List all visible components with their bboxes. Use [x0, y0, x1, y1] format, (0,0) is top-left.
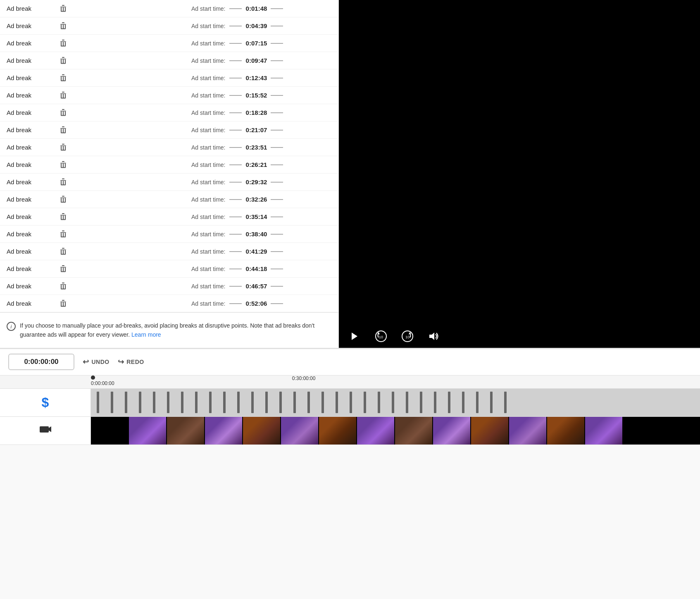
forward-button[interactable]: 10 [400, 329, 415, 344]
time-line-left [229, 303, 242, 304]
svg-marker-115 [49, 426, 51, 432]
trash-icon[interactable] [60, 5, 67, 13]
svg-rect-9 [63, 25, 64, 29]
svg-rect-44 [61, 129, 62, 133]
time-value: 0:29:32 [242, 178, 271, 185]
ad-break-label: Ad break [7, 109, 56, 116]
ad-break-item: Ad break Ad start time: 0:38:40 [0, 226, 338, 243]
trash-icon[interactable] [60, 74, 67, 82]
svg-rect-46 [65, 129, 66, 133]
video-track-content[interactable] [91, 417, 700, 444]
trash-icon[interactable] [60, 282, 67, 290]
trash-icon[interactable] [60, 57, 67, 65]
svg-rect-58 [65, 164, 66, 168]
time-line-right [271, 199, 283, 200]
time-input-wrap: 0:46:57 [229, 283, 283, 290]
svg-rect-114 [40, 426, 49, 433]
svg-rect-69 [63, 198, 64, 202]
time-line-left [229, 130, 242, 131]
trash-icon[interactable] [60, 213, 67, 221]
trash-icon[interactable] [60, 161, 67, 169]
svg-rect-34 [65, 94, 66, 98]
svg-rect-5 [61, 11, 66, 12]
trash-icon[interactable] [60, 91, 67, 100]
ad-break-label: Ad break [7, 178, 56, 185]
ad-break-item: Ad break Ad start time: 0:52:06 [0, 295, 338, 312]
svg-rect-74 [61, 216, 62, 220]
svg-rect-67 [62, 196, 64, 197]
svg-rect-78 [60, 232, 66, 233]
time-input-wrap: 0:44:18 [229, 265, 283, 272]
video-track-icon-cell [0, 417, 91, 444]
volume-button[interactable] [426, 329, 441, 344]
svg-marker-108 [352, 333, 357, 340]
svg-rect-40 [65, 112, 66, 116]
ad-start-section: Ad start time: 0:41:29 [191, 248, 332, 255]
ad-break-marker [350, 392, 352, 413]
trash-icon[interactable] [60, 126, 67, 134]
svg-rect-35 [61, 98, 66, 99]
ad-break-marker [111, 392, 113, 413]
trash-icon[interactable] [60, 109, 67, 117]
trash-icon[interactable] [60, 230, 67, 238]
ad-break-item: Ad break Ad start time: 0:15:52 [0, 87, 338, 104]
svg-rect-18 [60, 59, 66, 59]
svg-rect-70 [65, 198, 66, 202]
svg-rect-24 [60, 76, 66, 77]
ad-break-marker [321, 392, 324, 413]
svg-rect-53 [61, 150, 66, 151]
trash-icon[interactable] [60, 39, 67, 48]
svg-rect-102 [60, 302, 66, 302]
svg-rect-61 [62, 178, 64, 179]
trash-icon[interactable] [60, 195, 67, 204]
time-line-left [229, 147, 242, 148]
ad-start-label: Ad start time: [191, 266, 225, 272]
rewind-button[interactable]: 10 [374, 329, 388, 344]
time-value: 0:46:57 [242, 283, 271, 290]
trash-icon[interactable] [60, 178, 67, 186]
play-button[interactable] [347, 329, 362, 344]
undo-button[interactable]: ↩ UNDO [83, 357, 110, 366]
dollar-icon: $ [42, 395, 49, 410]
ad-start-label: Ad start time: [191, 179, 225, 185]
top-section: Ad break Ad start time: 0:01:48 [0, 0, 700, 348]
ad-start-label: Ad start time: [191, 75, 225, 81]
ad-breaks-panel: Ad break Ad start time: 0:01:48 [0, 0, 339, 348]
svg-rect-41 [61, 115, 66, 116]
time-value: 0:09:47 [242, 57, 271, 64]
trash-icon[interactable] [60, 300, 67, 308]
svg-rect-19 [62, 57, 64, 58]
redo-button[interactable]: ↪ REDO [118, 357, 144, 366]
ad-break-item: Ad break Ad start time: 0:23:51 [0, 139, 338, 156]
time-line-right [271, 78, 283, 78]
ad-break-item: Ad break Ad start time: 0:21:07 [0, 121, 338, 139]
trash-icon[interactable] [60, 143, 67, 152]
time-input-wrap: 0:26:21 [229, 161, 283, 168]
ad-break-label: Ad break [7, 231, 56, 238]
svg-rect-37 [62, 109, 64, 110]
ad-track-content[interactable] [91, 389, 700, 416]
ad-break-marker [490, 392, 493, 413]
timeline-section: 0:00:00:00 ↩ UNDO ↪ REDO 0:00:00:00 0:30… [0, 348, 700, 445]
ad-break-marker [125, 392, 127, 413]
svg-rect-25 [62, 74, 64, 75]
svg-rect-89 [61, 254, 66, 255]
ad-start-label: Ad start time: [191, 40, 225, 47]
time-line-left [229, 112, 242, 113]
trash-icon[interactable] [60, 265, 67, 273]
ad-start-section: Ad start time: 0:52:06 [191, 300, 332, 307]
svg-rect-33 [63, 94, 64, 98]
camera-icon [39, 424, 52, 437]
svg-rect-62 [61, 181, 62, 185]
info-notice: i If you choose to manually place your a… [0, 312, 338, 348]
ad-break-label: Ad break [7, 300, 56, 307]
svg-rect-106 [65, 302, 66, 307]
trash-icon[interactable] [60, 247, 67, 256]
learn-more-link[interactable]: Learn more [131, 331, 161, 338]
trash-icon[interactable] [60, 22, 67, 30]
svg-rect-64 [65, 181, 66, 185]
ad-break-label: Ad break [7, 265, 56, 272]
ad-break-item: Ad break Ad start time: 0:09:47 [0, 52, 338, 69]
time-line-left [229, 269, 242, 269]
ad-start-label: Ad start time: [191, 231, 225, 238]
